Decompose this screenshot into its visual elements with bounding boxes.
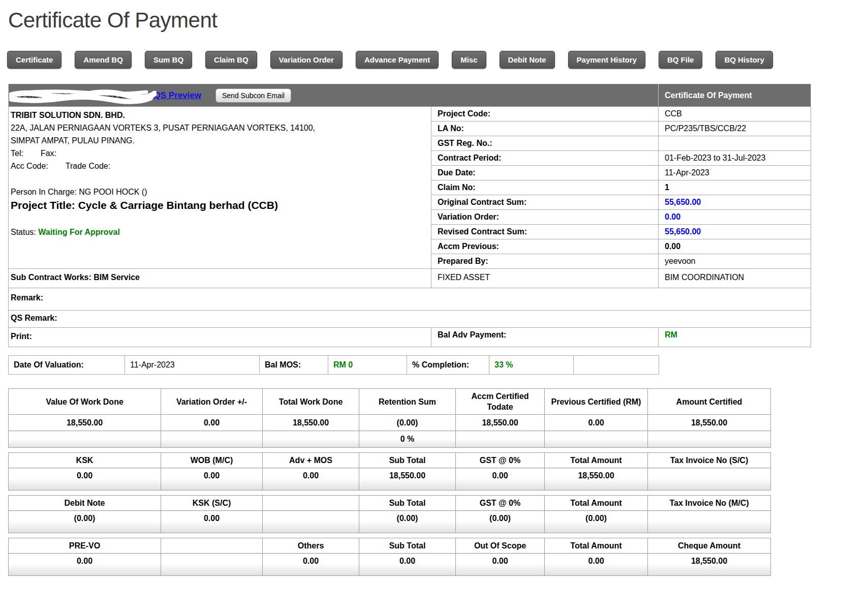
certificate-of-payment-page: Certificate Of Payment Certificate Amend… [0,0,868,612]
field-label-revised-contract-sum: Revised Contract Sum: [431,225,659,239]
bq-file-button[interactable]: BQ File [659,51,703,69]
field-value-due-date: 11-Apr-2023 [659,166,811,180]
sum-bq-button[interactable]: Sum BQ [145,51,192,69]
field-value-gst-reg-no [659,136,811,151]
previous-certified-value: 0.00 [545,415,648,431]
remark-label: Remark: [9,288,811,311]
work-done-table: Value Of Work Done Variation Order +/- T… [8,388,771,448]
col-header-sub-total-mc: Sub Total [359,496,456,511]
subcon-total-header-row: KSK WOB (M/C) Adv + MOS Sub Total GST @ … [9,453,771,468]
work-done-values-row: 18,550.00 0.00 18,550.00 (0.00) 18,550.0… [9,415,771,431]
field-value-prepared-by: yeevoon [659,254,811,269]
col-header-retention-sum: Retention Sum [359,389,456,415]
debit-note-table: Debit Note KSK (S/C) Sub Total GST @ 0% … [8,495,771,533]
col-header-amount-certified: Amount Certified [648,389,771,415]
cheque-amount-table: PRE-VO Others Sub Total Out Of Scope Tot… [8,538,771,576]
field-value-la-no: PC/P235/TBS/CCB/22 [659,121,811,136]
sub-total-sc-value: 18,550.00 [359,468,456,491]
valuation-empty-cell [574,356,659,375]
col-header-adv-mos: Adv + MOS [263,453,359,468]
field-label-project-code: Project Code: [431,107,659,121]
col-header-cheque-amount: Cheque Amount [648,538,771,554]
col-header-gst-mc: GST @ 0% [456,496,545,511]
sub-total-final-value: 0.00 [359,554,456,576]
work-done-header-row: Value Of Work Done Variation Order +/- T… [9,389,771,415]
field-value-accm-previous: 0.00 [659,239,811,254]
panel-title: Certificate Of Payment [659,84,811,107]
field-label-due-date: Due Date: [431,166,659,180]
col-header-total-amount-sc: Total Amount [545,453,648,468]
advance-payment-button[interactable]: Advance Payment [356,51,439,69]
tax-invoice-mc-value [648,511,771,533]
col-header-debit-note: Debit Note [9,496,161,511]
col-header-sub-total-sc: Sub Total [359,453,456,468]
bal-mos-label: Bal MOS: [260,356,328,375]
col-header-ksk: KSK [9,453,161,468]
misc-button[interactable]: Misc [452,51,486,69]
pre-vo-value: 0.00 [9,554,161,576]
print-row: Print: Bal Adv Payment: RM [9,328,811,347]
gst-mc-value: (0.00) [456,511,545,533]
col-header-others: Others [263,538,359,554]
tel-label: Tel: [11,149,23,158]
contractor-name: TRIBIT SOLUTION SDN. BHD. [11,109,427,121]
gst-sc-value: 0.00 [456,468,545,491]
col-header-out-of-scope: Out Of Scope [456,538,545,554]
retention-percent-row: 0 % [9,431,771,448]
col-header-wob-mc: WOB (M/C) [161,453,263,468]
field-label-la-no: LA No: [431,121,659,136]
sub-contract-works: Sub Contract Works: BIM Service [9,269,431,288]
fax-label: Fax: [41,149,56,158]
retention-sum-value: (0.00) [359,415,456,431]
status-label: Status: [11,228,36,236]
panel-header-bar: PG CONSTRUCTION SDN BHD QS Preview Send … [9,84,811,107]
field-value-claim-no: 1 [659,180,811,195]
send-subcon-email-button[interactable]: Send Subcon Email [215,88,291,103]
col-header-variation-order: Variation Order +/- [161,389,263,415]
col-header-empty [161,538,263,554]
tel-fax-line: Tel:Fax: [11,147,427,160]
valuation-bar: Date Of Valuation: 11-Apr-2023 Bal MOS: … [8,355,659,375]
contractor-address-line1: 22A, JALAN PERNIAGAAN VORTEKS 3, PUSAT P… [11,121,427,134]
person-in-charge: Person In Charge: NG POOI HOCK () [11,186,427,198]
bal-adv-payment-value: RM [659,328,811,347]
cheque-amount-header-row: PRE-VO Others Sub Total Out Of Scope Tot… [9,538,771,554]
col-header-tax-invoice-sc: Tax Invoice No (S/C) [648,453,771,468]
debit-note-button[interactable]: Debit Note [500,51,555,69]
qs-preview-link[interactable]: QS Preview [153,90,201,101]
bim-coordination: BIM COORDINATION [659,269,811,288]
qs-remark-row: QS Remark: [9,311,811,328]
field-label-contract-period: Contract Period: [431,151,659,166]
field-value-contract-period: 01-Feb-2023 to 31-Jul-2023 [659,151,811,166]
payment-history-button[interactable]: Payment History [568,51,645,69]
col-header-empty [263,496,359,511]
contractor-info-cell: TRIBIT SOLUTION SDN. BHD. 22A, JALAN PER… [9,107,431,269]
col-header-value-of-work-done: Value Of Work Done [9,389,161,415]
claim-bq-button[interactable]: Claim BQ [205,51,257,69]
col-header-total-amount-mc: Total Amount [545,496,648,511]
total-amount-mc-value: (0.00) [545,511,648,533]
field-label-variation-order: Variation Order: [431,210,659,225]
field-label-accm-previous: Accm Previous: [431,239,659,254]
amend-bq-button[interactable]: Amend BQ [75,51,132,69]
col-header-accm-certified-todate: Accm Certified Todate [456,389,545,415]
field-label-gst-reg-no: GST Reg. No.: [431,136,659,151]
bq-history-button[interactable]: BQ History [716,51,772,69]
field-value-project-code: CCB [659,107,811,121]
empty-cell [161,554,263,576]
variation-order-button[interactable]: Variation Order [270,51,343,69]
qs-remark-label: QS Remark: [9,311,811,328]
field-label-claim-no: Claim No: [431,180,659,195]
accm-certified-todate-value: 18,550.00 [456,415,545,431]
col-header-total-work-done: Total Work Done [263,389,359,415]
date-of-valuation-value: 11-Apr-2023 [125,356,260,375]
total-work-done-value: 18,550.00 [263,415,359,431]
spacer [0,375,868,384]
certificate-button[interactable]: Certificate [7,51,61,69]
field-label-prepared-by: Prepared By: [431,254,659,269]
debit-note-values-row: (0.00) 0.00 (0.00) (0.00) (0.00) [9,511,771,533]
acc-trade-line: Acc Code:Trade Code: [11,160,427,172]
cheque-amount-values-row: 0.00 0.00 0.00 0.00 0.00 18,550.00 [9,554,771,576]
col-header-ksk-sc: KSK (S/C) [161,496,263,511]
sub-contract-row: Sub Contract Works: BIM Service FIXED AS… [9,269,811,288]
